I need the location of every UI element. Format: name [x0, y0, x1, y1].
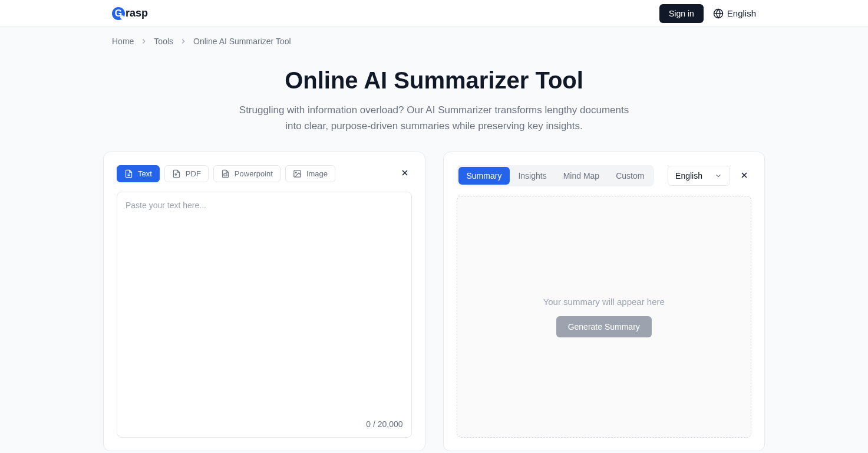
clear-output-button[interactable]: [737, 168, 751, 184]
dropdown-value: English: [675, 171, 702, 180]
pdf-icon: [172, 169, 181, 178]
output-panel: Summary Insights Mind Map Custom English…: [443, 152, 765, 451]
page-subtitle: Struggling with information overload? Ou…: [234, 102, 635, 134]
logo[interactable]: G rasp: [112, 7, 148, 20]
chevron-right-icon: [140, 37, 148, 45]
clear-button[interactable]: [398, 166, 412, 182]
signin-button[interactable]: Sign in: [659, 4, 704, 23]
tab-insights[interactable]: Insights: [510, 167, 555, 185]
tab-summary[interactable]: Summary: [458, 167, 510, 185]
image-icon: [293, 169, 302, 178]
tab-powerpoint[interactable]: Powerpoint: [213, 165, 280, 182]
svg-point-4: [175, 174, 177, 176]
breadcrumb: Home Tools Online AI Summarizer Tool: [0, 27, 868, 55]
logo-mark: G: [112, 7, 125, 20]
tab-image[interactable]: Image: [285, 165, 335, 182]
svg-point-7: [295, 172, 296, 173]
output-tabs: Summary Insights Mind Map Custom: [457, 165, 655, 186]
text-input[interactable]: [126, 201, 403, 415]
tab-custom[interactable]: Custom: [608, 167, 652, 185]
output-panel-header: Summary Insights Mind Map Custom English: [457, 165, 752, 186]
file-text-icon: [124, 169, 133, 178]
output-language-dropdown[interactable]: English: [668, 166, 730, 186]
tab-pdf[interactable]: PDF: [164, 165, 209, 182]
hero: Online AI Summarizer Tool Struggling wit…: [0, 67, 868, 134]
logo-text: rasp: [126, 7, 148, 19]
breadcrumb-tools[interactable]: Tools: [154, 37, 173, 46]
output-placeholder: Your summary will appear here: [543, 297, 665, 307]
language-label: English: [727, 8, 756, 18]
input-panel-header: Text PDF Powerpoint Image: [117, 165, 412, 182]
close-icon: [400, 168, 410, 178]
breadcrumb-current: Online AI Summarizer Tool: [193, 37, 291, 46]
header-actions: Sign in English: [659, 4, 756, 23]
tab-label: Text: [138, 169, 152, 178]
globe-icon: [713, 8, 724, 19]
input-tabs: Text PDF Powerpoint Image: [117, 165, 335, 182]
tab-label: Powerpoint: [235, 169, 273, 178]
tab-text[interactable]: Text: [117, 165, 160, 182]
output-area: Your summary will appear here Generate S…: [457, 196, 752, 438]
chevron-down-icon: [714, 172, 722, 180]
main-panels: Text PDF Powerpoint Image: [0, 152, 868, 453]
ppt-icon: [221, 169, 230, 178]
tab-label: Image: [306, 169, 328, 178]
header: G rasp Sign in English: [0, 0, 868, 27]
svg-rect-5: [224, 174, 227, 176]
breadcrumb-home[interactable]: Home: [112, 37, 134, 46]
textarea-container: 0 / 20,000: [117, 192, 412, 438]
page-title: Online AI Summarizer Tool: [0, 67, 868, 94]
character-count: 0 / 20,000: [126, 419, 403, 429]
generate-button[interactable]: Generate Summary: [556, 316, 652, 337]
input-panel: Text PDF Powerpoint Image: [103, 152, 425, 451]
close-icon: [740, 170, 749, 180]
output-header-right: English: [668, 166, 751, 186]
chevron-right-icon: [179, 37, 187, 45]
language-selector[interactable]: English: [713, 8, 756, 19]
tab-label: PDF: [186, 169, 201, 178]
tab-mindmap[interactable]: Mind Map: [555, 167, 608, 185]
